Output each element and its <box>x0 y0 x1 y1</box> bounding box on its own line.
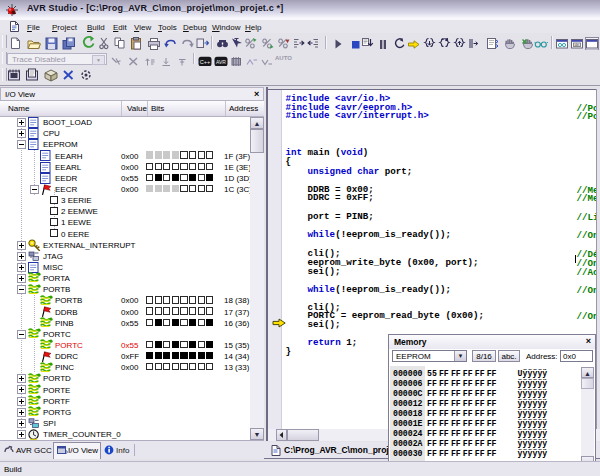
svg-text:AVR: AVR <box>216 59 226 65</box>
svg-text:abc: abc <box>575 43 580 47</box>
svg-text:C++: C++ <box>200 59 210 65</box>
